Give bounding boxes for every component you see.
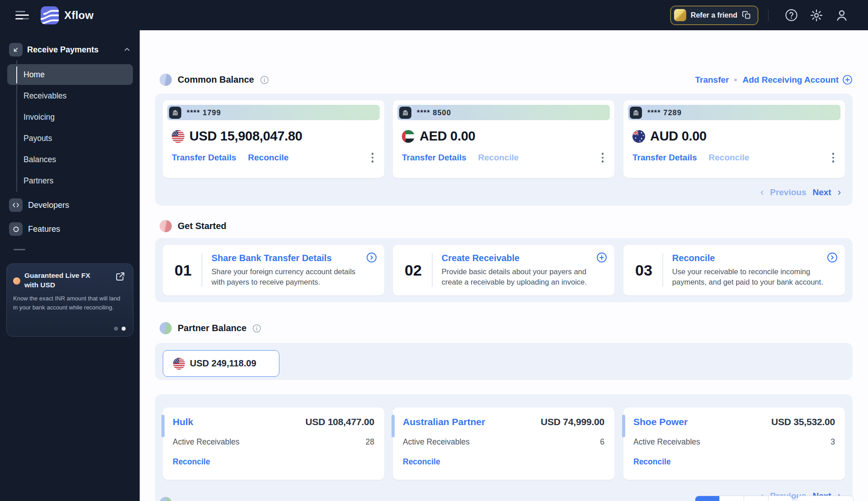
reconcile-link[interactable]: Reconcile: [248, 153, 289, 163]
sidebar-item-features[interactable]: Features: [9, 222, 131, 236]
balance-card-aud: **** 7289 AUD 0.00 Transfer Details: [623, 100, 845, 178]
add-receiving-account-label: Add Receiving Account: [742, 75, 839, 85]
profile-icon[interactable]: [835, 9, 849, 22]
kebab-menu-icon[interactable]: [602, 153, 604, 163]
reconcile-link[interactable]: Reconcile: [709, 153, 750, 163]
partner-currency-panel: USD 249,118.09: [155, 343, 853, 380]
partner-amount: USD 74,999.00: [541, 417, 604, 427]
reconcile-link[interactable]: Reconcile: [173, 457, 374, 467]
step-card-1[interactable]: 01 Share Bank Transfer Details Share you…: [163, 245, 384, 295]
circle-icon: [9, 222, 23, 236]
sidebar-item-label: Developers: [28, 201, 69, 210]
chevron-up-icon[interactable]: [123, 46, 131, 54]
reconcile-link[interactable]: Reconcile: [633, 457, 835, 467]
step-description: Provide basic details about your payers …: [442, 267, 594, 288]
au-flag-icon: [632, 130, 645, 143]
balance-card-aed: **** 8500 AED 0.00 Transfer Details Reco…: [393, 100, 614, 178]
transfer-details-link[interactable]: Transfer Details: [632, 153, 697, 163]
next-button[interactable]: Next: [812, 187, 831, 197]
help-icon[interactable]: [784, 9, 798, 22]
copy-icon[interactable]: [742, 10, 751, 20]
step-title[interactable]: Share Bank Transfer Details: [212, 253, 363, 263]
sidebar-item-partners[interactable]: Partners: [7, 170, 133, 191]
promo-card[interactable]: Guaranteed Live FX with USD Know the exa…: [6, 263, 133, 337]
main-content: Common Balance Transfer Add Receiving Ac…: [140, 30, 868, 501]
step-title[interactable]: Create Receivable: [442, 253, 594, 263]
step-description: Share your foreign currency account deta…: [212, 267, 363, 288]
currency-tab-aud[interactable]: AUD: [744, 496, 769, 501]
plus-circle-icon[interactable]: [842, 75, 853, 85]
transfer-details-link[interactable]: Transfer Details: [402, 153, 467, 163]
partner-balance-amount: USD 249,118.09: [190, 358, 256, 369]
info-icon[interactable]: [260, 75, 269, 84]
promo-dot-icon: [13, 277, 20, 285]
carousel-dot[interactable]: [114, 327, 118, 331]
sidebar-item-invoicing[interactable]: Invoicing: [7, 107, 133, 127]
step-card-2[interactable]: 02 Create Receivable Provide basic detai…: [393, 245, 614, 295]
currency-tab-extra[interactable]: [769, 496, 792, 501]
balance-amount: AED 0.00: [420, 129, 475, 144]
bank-icon: [169, 107, 181, 119]
chevron-circle-icon[interactable]: [366, 252, 377, 263]
sidebar-section-receive-payments[interactable]: Receive Payments: [9, 43, 131, 56]
partner-name-link[interactable]: Shoe Power: [633, 417, 688, 427]
common-balance-bullet-icon: [160, 74, 172, 86]
sidebar-item-balances[interactable]: Balances: [7, 149, 133, 170]
sidebar-divider: [14, 249, 25, 250]
step-number: 03: [635, 262, 652, 279]
us-flag-icon: [172, 130, 184, 143]
step-card-3[interactable]: 03 Reconcile Use your receivable to reco…: [623, 245, 845, 295]
partner-amount: USD 35,532.00: [771, 417, 835, 427]
sidebar-item-home[interactable]: Home: [7, 64, 133, 85]
kebab-menu-icon[interactable]: [832, 153, 835, 163]
partner-card-australian-partner: Australian Partner USD 74,999.00 Active …: [393, 407, 614, 480]
card-accent-bar: [161, 415, 165, 437]
currency-tab-group: USD AED AUD: [695, 496, 793, 501]
sidebar-item-receivables[interactable]: Receivables: [7, 85, 133, 106]
previous-button[interactable]: Previous: [770, 187, 806, 197]
plus-circle-icon[interactable]: [596, 252, 607, 263]
active-receivables-count: 3: [830, 437, 835, 447]
partner-name-link[interactable]: Hulk: [173, 417, 193, 427]
get-started-bullet-icon: [160, 220, 172, 232]
chevron-left-icon[interactable]: ‹: [760, 187, 764, 198]
bank-icon: [630, 107, 642, 119]
currency-tab-usd[interactable]: USD: [695, 496, 720, 501]
step-number: 01: [175, 262, 192, 279]
transfer-link[interactable]: Transfer: [695, 75, 729, 85]
active-receivables-count: 6: [600, 437, 604, 447]
balance-amount: AUD 0.00: [650, 129, 707, 144]
hamburger-menu-icon[interactable]: [15, 9, 30, 22]
reconcile-link[interactable]: Reconcile: [478, 153, 519, 163]
date-filter-dropdown[interactable]: Life till date: [797, 496, 854, 501]
step-number: 02: [405, 262, 422, 279]
sidebar-item-developers[interactable]: Developers: [9, 198, 131, 212]
chevron-right-icon[interactable]: ›: [838, 187, 841, 198]
carousel-dot-active[interactable]: [122, 327, 126, 331]
currency-tab-aed[interactable]: AED: [720, 496, 744, 501]
transfer-details-link[interactable]: Transfer Details: [172, 153, 236, 163]
account-mask: **** 8500: [417, 108, 451, 117]
kebab-menu-icon[interactable]: [372, 153, 374, 163]
brand[interactable]: Xflow: [41, 6, 94, 24]
top-bar: Xflow Refer a friend: [0, 0, 868, 30]
chevron-circle-icon[interactable]: [827, 252, 838, 263]
promo-title: Guaranteed Live FX with USD: [24, 271, 101, 290]
sidebar-item-payouts[interactable]: Payouts: [7, 128, 133, 149]
partner-name-link[interactable]: Australian Partner: [403, 417, 485, 427]
partner-amount: USD 108,477.00: [306, 417, 374, 427]
refer-a-friend-label: Refer a friend: [691, 11, 737, 19]
currency-chip-usd[interactable]: USD 249,118.09: [163, 350, 279, 377]
active-receivables-label: Active Receivables: [173, 437, 240, 447]
partner-balance-bullet-icon: [160, 322, 172, 334]
settings-gear-icon[interactable]: [810, 9, 823, 22]
info-icon[interactable]: [252, 324, 261, 333]
active-receivables-label: Active Receivables: [633, 437, 700, 447]
step-title[interactable]: Reconcile: [672, 253, 824, 263]
add-receiving-account-link[interactable]: Add Receiving Account: [742, 75, 853, 85]
xflow-logo-icon: [41, 6, 59, 24]
us-flag-icon: [173, 358, 185, 370]
reconcile-link[interactable]: Reconcile: [403, 457, 604, 467]
external-link-icon[interactable]: [115, 271, 126, 282]
refer-a-friend-button[interactable]: Refer a friend: [670, 6, 758, 25]
